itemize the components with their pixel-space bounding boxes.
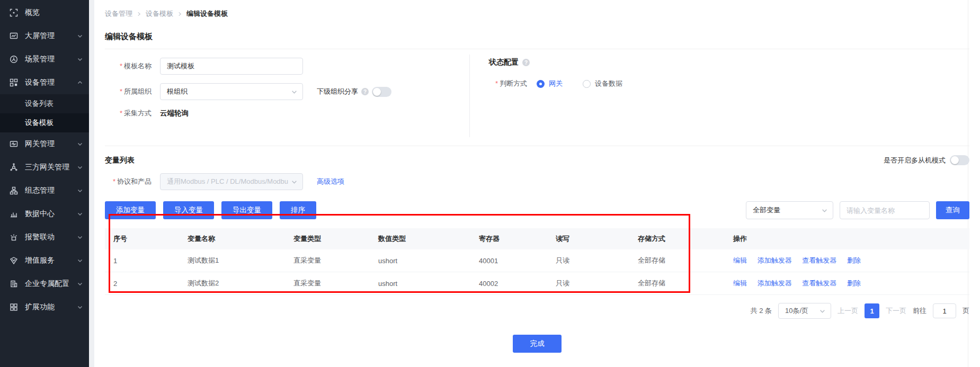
- cell-variable-type: 直采变量: [285, 279, 370, 288]
- sidebar-item-label: 报警联动: [25, 232, 77, 242]
- protocol-select-value: 通用Modbus / PLC / DL/Modbus/Modbus RTU: [167, 177, 288, 186]
- column-header: 存储方式: [629, 234, 725, 244]
- sidebar-item-device-list[interactable]: 设备列表: [0, 94, 89, 113]
- chevron-down-icon: [77, 258, 83, 263]
- alarm-icon: [10, 233, 18, 241]
- chevron-down-icon: [77, 188, 83, 193]
- chevron-down-icon: [822, 208, 827, 213]
- add-trigger-link[interactable]: 添加触发器: [758, 279, 792, 287]
- variable-search-input[interactable]: [840, 201, 930, 219]
- app-window: 概览 大屏管理 场景管理 设备管理 设备列表: [0, 0, 980, 367]
- column-header: 读写: [547, 234, 629, 244]
- sidebar-item-data-center[interactable]: 数据中心: [0, 202, 89, 226]
- add-variable-button[interactable]: 添加变量: [105, 201, 156, 219]
- sidebar-item-topology[interactable]: 组态管理: [0, 179, 89, 202]
- prev-page-button[interactable]: 上一页: [838, 306, 858, 316]
- sidebar: 概览 大屏管理 场景管理 设备管理 设备列表: [0, 0, 89, 367]
- sidebar-item-label: 企业专属配置: [25, 279, 77, 289]
- edit-link[interactable]: 编辑: [733, 279, 747, 287]
- sidebar-item-device-template[interactable]: 设备模板: [0, 113, 89, 132]
- template-name-label: *模板名称: [105, 61, 152, 71]
- breadcrumb-item[interactable]: 设备模板: [146, 9, 173, 19]
- required-mark: *: [120, 87, 122, 95]
- breadcrumb: 设备管理 设备模板 编辑设备模板: [105, 0, 969, 19]
- protocol-row: *协议和产品 通用Modbus / PLC / DL/Modbus/Modbus…: [105, 173, 969, 190]
- radio-checked-icon: [537, 80, 545, 88]
- cell-variable-type: 直采变量: [285, 256, 370, 265]
- sidebar-item-extension[interactable]: 扩展功能: [0, 296, 89, 319]
- import-variable-button[interactable]: 导入变量: [163, 201, 214, 219]
- radio-unchecked-icon: [583, 80, 591, 88]
- column-header: 数值类型: [370, 234, 470, 244]
- cell-storage-mode: 全部存储: [629, 279, 725, 288]
- sidebar-item-value-service[interactable]: 增值服务: [0, 249, 89, 272]
- sidebar-item-big-screen[interactable]: 大屏管理: [0, 24, 89, 48]
- main-content: 设备管理 设备模板 编辑设备模板 编辑设备模板 *模板名称 *所属组织: [89, 0, 980, 367]
- export-variable-button[interactable]: 导出变量: [221, 201, 272, 219]
- cell-read-write: 只读: [547, 256, 629, 265]
- help-icon[interactable]: ?: [522, 59, 530, 66]
- page-title: 编辑设备模板: [105, 32, 969, 42]
- cell-value-type: ushort: [370, 280, 470, 288]
- variable-type-filter-select[interactable]: 全部变量: [746, 201, 833, 219]
- sort-button[interactable]: 排序: [280, 201, 316, 219]
- cell-variable-name: 测试数据2: [179, 279, 285, 288]
- enterprise-icon: [10, 280, 18, 288]
- variable-toolbar: 添加变量 导入变量 导出变量 排序 全部变量 查询: [105, 201, 969, 219]
- sidebar-item-label: 设备列表: [25, 99, 54, 109]
- collect-mode-row: *采集方式 云端轮询: [105, 109, 469, 118]
- cell-storage-mode: 全部存储: [629, 256, 725, 265]
- goto-page-input[interactable]: [933, 303, 956, 318]
- variable-table: 序号 变量名称 变量类型 数值类型 寄存器 读写 存储方式 操作 1 测试数据1…: [105, 228, 969, 295]
- sidebar-item-gateway[interactable]: 网关管理: [0, 132, 89, 156]
- chevron-down-icon: [77, 281, 83, 287]
- judge-mode-row: *判断方式 网关 设备数据: [489, 79, 969, 88]
- sidebar-item-third-party-gateway[interactable]: 三方网关管理: [0, 156, 89, 179]
- view-trigger-link[interactable]: 查看触发器: [802, 279, 836, 287]
- template-name-field[interactable]: [160, 58, 303, 75]
- sidebar-item-alarm[interactable]: 报警联动: [0, 226, 89, 249]
- chevron-down-icon: [77, 141, 83, 147]
- sidebar-item-label: 三方网关管理: [25, 163, 77, 172]
- cell-variable-name: 测试数据1: [179, 256, 285, 265]
- extension-icon: [10, 303, 18, 311]
- done-button[interactable]: 完成: [513, 335, 562, 353]
- status-config-section: 状态配置 ? *判断方式 网关 设备数据: [470, 49, 969, 146]
- delete-link[interactable]: 删除: [847, 256, 861, 264]
- sidebar-item-label: 设备管理: [25, 78, 77, 87]
- sidebar-item-device[interactable]: 设备管理: [0, 71, 89, 94]
- template-form-section: *模板名称 *所属组织 根组织 下级组织分享 ?: [105, 49, 969, 146]
- sub-org-share-toggle[interactable]: [372, 87, 391, 97]
- footer-actions: 完成: [105, 335, 969, 353]
- delete-link[interactable]: 删除: [847, 279, 861, 287]
- multi-slave-toggle[interactable]: [950, 155, 969, 165]
- page-size-select[interactable]: 10条/页: [778, 303, 831, 319]
- add-trigger-link[interactable]: 添加触发器: [758, 256, 792, 264]
- big-screen-icon: [10, 32, 18, 40]
- edit-link[interactable]: 编辑: [733, 256, 747, 264]
- collect-mode-value: 云端轮询: [160, 109, 189, 118]
- overview-icon: [10, 8, 18, 17]
- required-mark: *: [120, 62, 122, 70]
- sidebar-item-enterprise[interactable]: 企业专属配置: [0, 272, 89, 296]
- scene-icon: [10, 55, 18, 64]
- organization-select[interactable]: 根组织: [160, 83, 303, 100]
- view-trigger-link[interactable]: 查看触发器: [802, 256, 836, 264]
- next-page-button[interactable]: 下一页: [886, 306, 906, 316]
- judge-mode-label: *判断方式: [489, 79, 527, 88]
- breadcrumb-item[interactable]: 设备管理: [105, 9, 132, 19]
- radio-option-device-data[interactable]: 设备数据: [583, 79, 622, 88]
- cell-register: 40002: [470, 280, 547, 288]
- goto-page-prefix: 前往: [913, 306, 926, 316]
- page-number-current[interactable]: 1: [865, 303, 879, 318]
- radio-option-gateway[interactable]: 网关: [537, 79, 563, 88]
- chevron-down-icon: [291, 89, 297, 95]
- search-button[interactable]: 查询: [936, 201, 969, 219]
- sidebar-item-label: 场景管理: [25, 55, 77, 64]
- advanced-options-link[interactable]: 高级选项: [317, 177, 344, 186]
- column-header: 变量名称: [179, 234, 285, 244]
- help-icon[interactable]: ?: [361, 88, 369, 95]
- sidebar-item-overview[interactable]: 概览: [0, 1, 89, 24]
- chevron-down-icon: [77, 211, 83, 217]
- sidebar-item-scene[interactable]: 场景管理: [0, 48, 89, 71]
